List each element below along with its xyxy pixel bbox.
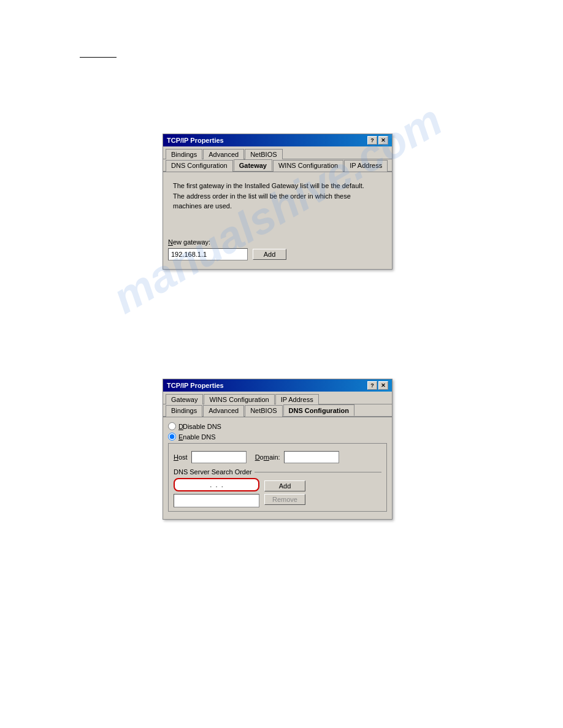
tcpip-dialog-dns: TCP/IP Properties ? ✕ Gateway WINS Confi… <box>163 379 393 520</box>
dialog1-info-box: The first gateway in the Installed Gatew… <box>168 177 387 215</box>
dialog2-tabs-row1: Gateway WINS Configuration IP Address <box>163 392 392 404</box>
dialog2-dns-input-row: Add Remove <box>174 478 381 507</box>
dialog1-tab-ipaddress[interactable]: IP Address <box>344 160 388 172</box>
dialog1-tabs-row1: Bindings Advanced NetBIOS <box>163 146 392 159</box>
dialog1-tab-dns[interactable]: DNS Configuration <box>166 160 233 172</box>
dialog1-form-row: Add <box>168 248 387 260</box>
dialog1-new-gateway-label-rest: ew gateway: <box>173 238 210 246</box>
dialog2-host-label: Host <box>174 453 188 461</box>
dialog1-titlebar: TCP/IP Properties ? ✕ <box>163 134 392 146</box>
dialog1-help-button[interactable]: ? <box>367 136 377 145</box>
dialog2-tab-netbios[interactable]: NetBIOS <box>245 405 282 417</box>
dialog1-tab-gateway[interactable]: Gateway <box>234 159 272 171</box>
dialog2-enable-dns-row: Enable DNS <box>168 433 387 441</box>
dialog1-content: The first gateway in the Installed Gatew… <box>163 172 392 269</box>
dialog2-dns-search-label: DNS Server Search Order <box>174 468 252 476</box>
dialog2-dns-list-box[interactable] <box>174 494 259 507</box>
dialog2-titlebar: TCP/IP Properties ? ✕ <box>163 379 392 392</box>
dialog2-add-button[interactable]: Add <box>264 480 305 491</box>
dialog2-help-button[interactable]: ? <box>367 381 377 390</box>
dialog1-title: TCP/IP Properties <box>167 137 224 144</box>
dialog2-tab-ipaddress[interactable]: IP Address <box>275 394 319 404</box>
dialog2-tab-bindings[interactable]: Bindings <box>166 405 202 417</box>
dialog2-domain-label: Domain: <box>255 453 280 461</box>
tcpip-dialog-gateway: TCP/IP Properties ? ✕ Bindings Advanced … <box>163 134 393 270</box>
dialog2-domain-input[interactable] <box>284 451 339 463</box>
dialog2-close-button[interactable]: ✕ <box>378 381 388 390</box>
dialog1-add-button[interactable]: Add <box>253 249 286 260</box>
dialog1-tab-bindings[interactable]: Bindings <box>166 149 202 159</box>
dialog1-tab-netbios[interactable]: NetBIOS <box>245 149 282 159</box>
dialog1-info-line2: The address order in the list will be th… <box>173 191 382 202</box>
dialog2-remove-button[interactable]: Remove <box>264 494 305 505</box>
dialog2-tabs-row2: Bindings Advanced NetBIOS DNS Configurat… <box>163 404 392 417</box>
dialog1-gateway-input[interactable] <box>168 248 248 260</box>
dialog2-tab-gateway[interactable]: Gateway <box>166 394 203 404</box>
dialog1-info-line3: machines are used. <box>173 201 382 211</box>
top-line-decoration <box>80 57 117 58</box>
dialog2-disable-dns-radio[interactable] <box>168 422 176 430</box>
dialog2-tab-wins[interactable]: WINS Configuration <box>204 394 274 404</box>
dialog2-titlebar-buttons: ? ✕ <box>367 381 388 390</box>
dialog2-enable-dns-label: Enable DNS <box>178 433 216 441</box>
dialog1-titlebar-buttons: ? ✕ <box>367 136 388 145</box>
dialog1-tab-advanced[interactable]: Advanced <box>203 149 244 159</box>
dialog2-dns-search-section: DNS Server Search Order Add Remove <box>174 468 381 507</box>
dialog1-close-button[interactable]: ✕ <box>378 136 388 145</box>
dialog2-enable-dns-section: Host Domain: DNS Server Search Order <box>168 443 387 512</box>
dialog2-dns-ip-input[interactable] <box>174 478 259 491</box>
dialog2-content: DDisable DNS Enable DNS Host Domain: <box>163 417 392 519</box>
dialog2-host-input[interactable] <box>191 451 247 463</box>
dialog1-new-gateway-label: N <box>168 238 173 246</box>
dialog2-enable-dns-radio[interactable] <box>168 433 176 441</box>
dialog2-tab-advanced[interactable]: Advanced <box>203 405 244 417</box>
dialog2-title: TCP/IP Properties <box>167 382 224 389</box>
dialog2-disable-dns-label: DDisable DNS <box>178 423 221 430</box>
dialog1-tab-wins[interactable]: WINS Configuration <box>273 160 343 172</box>
dialog1-tabs-row2: DNS Configuration Gateway WINS Configura… <box>163 159 392 172</box>
dialog1-info-line1: The first gateway in the Installed Gatew… <box>173 181 382 191</box>
dialog2-disable-dns-row: DDisable DNS <box>168 422 387 430</box>
dialog2-host-domain-row: Host Domain: <box>174 451 381 463</box>
dialog2-tab-dns[interactable]: DNS Configuration <box>283 404 354 416</box>
